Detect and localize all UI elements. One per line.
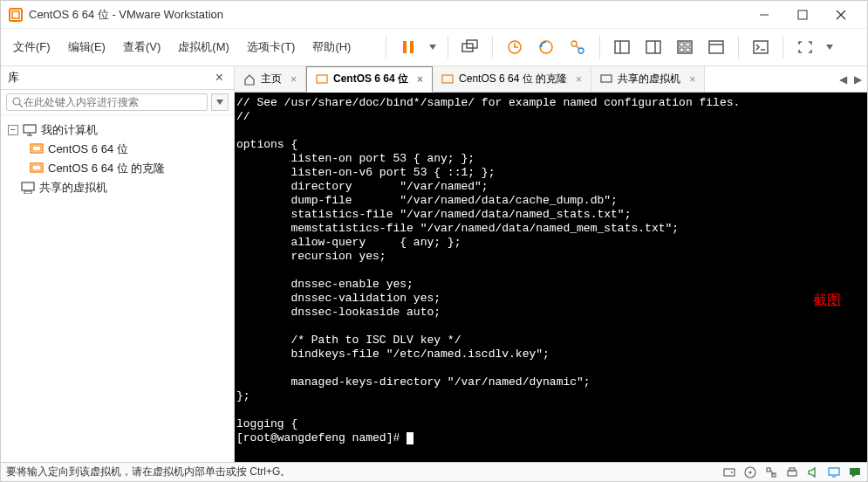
sound-icon[interactable]: [806, 466, 820, 479]
tab-label: 主页: [261, 72, 282, 86]
sidebar: 库 × − 我的计算机 CentOS 6 64 位 CentOS 6 64 位 …: [1, 66, 235, 462]
disk-icon[interactable]: [722, 466, 736, 479]
layout-single-button[interactable]: [609, 35, 635, 59]
window-title: CentOS 6 64 位 - VMware Workstation: [29, 7, 745, 23]
pause-button[interactable]: [395, 35, 421, 59]
snapshot-button[interactable]: [502, 35, 528, 59]
tab-centos-clone[interactable]: CentOS 6 64 位 的克隆 ×: [433, 66, 591, 92]
send-keys-button[interactable]: [457, 35, 483, 59]
tab-label: CentOS 6 64 位 的克隆: [459, 72, 567, 86]
annotation-label: 截图: [813, 293, 841, 307]
tab-label: 共享的虚拟机: [618, 72, 680, 86]
tab-prev-icon[interactable]: ◀: [839, 73, 847, 86]
separator: [492, 36, 493, 59]
vm-icon: [29, 141, 44, 157]
sidebar-header: 库 ×: [1, 66, 234, 90]
tab-label: CentOS 6 64 位: [333, 72, 408, 86]
menu-tabs[interactable]: 选项卡(T): [243, 36, 299, 59]
vm-icon: [29, 161, 44, 176]
snapshot-manager-button[interactable]: [564, 35, 591, 59]
tree-item-label: 共享的虚拟机: [39, 180, 107, 196]
tab-close-icon[interactable]: ×: [689, 73, 695, 86]
svg-point-31: [13, 98, 20, 105]
menu-vm[interactable]: 虚拟机(M): [174, 36, 233, 59]
svg-rect-23: [686, 43, 690, 46]
separator: [783, 36, 783, 59]
svg-marker-55: [809, 468, 815, 477]
close-button[interactable]: [822, 2, 860, 28]
stretch-button[interactable]: [792, 35, 818, 59]
svg-line-32: [19, 104, 23, 107]
svg-rect-38: [32, 146, 41, 151]
console-button[interactable]: [748, 35, 774, 59]
svg-rect-43: [317, 75, 327, 83]
tab-shared[interactable]: 共享的虚拟机 ×: [591, 66, 705, 92]
cdrom-icon[interactable]: [743, 466, 757, 479]
tree-item-centos-clone[interactable]: CentOS 6 64 位 的克隆: [6, 159, 229, 178]
svg-rect-24: [680, 48, 684, 52]
tree-item-label: CentOS 6 64 位: [48, 141, 128, 157]
menu-file[interactable]: 文件(F): [10, 36, 54, 59]
separator: [386, 36, 386, 59]
sidebar-close-icon[interactable]: ×: [212, 70, 227, 86]
stretch-dropdown[interactable]: [824, 35, 836, 59]
toolbar: [382, 35, 836, 59]
menu-edit[interactable]: 编辑(E): [65, 36, 109, 59]
display-icon[interactable]: [827, 466, 841, 479]
library-tree: − 我的计算机 CentOS 6 64 位 CentOS 6 64 位 的克隆 …: [1, 115, 234, 203]
status-text: 要将输入定向到该虚拟机，请在虚拟机内部单击或按 Ctrl+G。: [6, 465, 722, 479]
svg-rect-3: [798, 10, 807, 19]
tab-home[interactable]: 主页 ×: [235, 66, 306, 92]
tree-item-shared[interactable]: 共享的虚拟机: [6, 178, 229, 197]
content-area: 主页 × CentOS 6 64 位 × CentOS 6 64 位 的克隆 ×…: [235, 66, 867, 462]
separator: [738, 36, 739, 59]
search-dropdown[interactable]: [211, 93, 229, 111]
menu-help[interactable]: 帮助(H): [309, 36, 354, 59]
svg-rect-56: [829, 468, 839, 475]
network-icon[interactable]: [764, 466, 778, 479]
message-icon[interactable]: [848, 466, 862, 479]
svg-rect-41: [22, 182, 34, 190]
maximize-button[interactable]: [783, 2, 822, 28]
vm-icon: [441, 74, 454, 85]
svg-marker-59: [852, 475, 856, 478]
search-box[interactable]: [6, 93, 208, 111]
tab-next-icon[interactable]: ▶: [854, 73, 862, 86]
tree-root[interactable]: − 我的计算机: [6, 120, 229, 140]
layout-thumbnails-button[interactable]: [640, 35, 666, 59]
tab-centos[interactable]: CentOS 6 64 位 ×: [306, 66, 433, 93]
svg-rect-19: [646, 41, 660, 53]
search-input[interactable]: [24, 96, 202, 108]
svg-rect-28: [754, 41, 768, 53]
tab-close-icon[interactable]: ×: [290, 73, 297, 86]
svg-rect-34: [24, 125, 36, 133]
menu-view[interactable]: 查看(V): [120, 36, 164, 59]
title-bar: CentOS 6 64 位 - VMware Workstation: [1, 1, 867, 29]
status-bar: 要将输入定向到该虚拟机，请在虚拟机内部单击或按 Ctrl+G。: [1, 462, 867, 481]
fullscreen-button[interactable]: [703, 35, 729, 59]
svg-rect-44: [442, 75, 453, 83]
pause-dropdown[interactable]: [427, 35, 439, 59]
status-icons: [722, 466, 862, 479]
search-row: [1, 90, 234, 115]
tab-close-icon[interactable]: ×: [417, 73, 423, 86]
svg-point-47: [731, 472, 733, 473]
collapse-icon[interactable]: −: [8, 125, 18, 135]
terminal[interactable]: // See /usr/share/doc/bind*/sample/ for …: [235, 93, 867, 462]
unity-button[interactable]: [672, 35, 698, 59]
menu-bar: 文件(F) 编辑(E) 查看(V) 虚拟机(M) 选项卡(T) 帮助(H): [1, 29, 867, 65]
svg-rect-46: [724, 469, 735, 476]
tab-close-icon[interactable]: ×: [576, 73, 582, 86]
tree-item-centos[interactable]: CentOS 6 64 位: [6, 140, 229, 159]
revert-snapshot-button[interactable]: [533, 35, 559, 59]
svg-rect-17: [615, 41, 629, 53]
sidebar-title: 库: [8, 70, 19, 86]
svg-rect-58: [850, 468, 860, 475]
svg-marker-30: [826, 45, 833, 50]
printer-icon[interactable]: [785, 466, 799, 479]
svg-rect-22: [680, 43, 684, 46]
svg-marker-33: [216, 100, 223, 105]
shared-icon: [600, 74, 612, 85]
svg-rect-53: [788, 471, 796, 476]
minimize-button[interactable]: [745, 2, 783, 28]
